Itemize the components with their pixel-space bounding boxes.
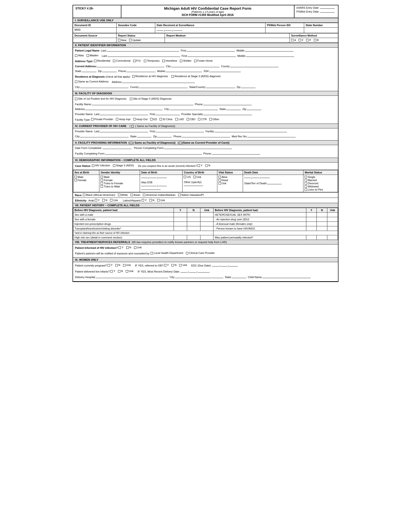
state-number-value[interactable]	[304, 28, 338, 33]
patient-last-name[interactable]	[107, 51, 179, 51]
provider-specialty[interactable]	[204, 115, 252, 115]
alias-last-name[interactable]	[108, 57, 180, 57]
ob-unk-checkbox[interactable]	[179, 264, 182, 266]
patient-first-name[interactable]	[187, 51, 235, 51]
residence-hiv-checkbox[interactable]	[132, 75, 135, 78]
dead-checkbox[interactable]	[219, 179, 221, 181]
transplant-n[interactable]	[187, 226, 200, 231]
person-completing[interactable]	[164, 149, 232, 149]
injected-n[interactable]	[187, 222, 200, 226]
arab-y-checkbox[interactable]	[95, 199, 97, 201]
residence-dx-city[interactable]	[80, 88, 129, 88]
patient-middle-name[interactable]	[245, 51, 293, 51]
provider-iv-last[interactable]	[100, 132, 148, 132]
lhd-checkbox[interactable]	[175, 118, 178, 120]
injected-y[interactable]	[174, 222, 187, 226]
hosp-inpt-checkbox[interactable]	[116, 118, 118, 120]
bisexual-unk[interactable]	[327, 222, 338, 226]
current-city[interactable]	[171, 67, 220, 67]
perinatal-y[interactable]	[306, 235, 317, 240]
transplant-y[interactable]	[174, 226, 187, 231]
pregnant-y-checkbox[interactable]	[108, 264, 110, 266]
delivery-hospital[interactable]	[96, 278, 168, 278]
date-form-month[interactable]	[103, 149, 109, 149]
perinatal-unk[interactable]	[327, 235, 338, 240]
psweb-id-value[interactable]	[265, 28, 304, 33]
shelter-checkbox[interactable]	[180, 60, 182, 62]
soundex-value[interactable]	[117, 28, 155, 33]
idu-unk[interactable]	[327, 217, 338, 222]
country-other-value[interactable]	[184, 186, 203, 186]
death-day[interactable]	[253, 178, 259, 178]
provider-iv-first[interactable]	[156, 132, 204, 132]
ob-y-checkbox[interactable]	[164, 264, 166, 266]
hosp-out-checkbox[interactable]	[133, 118, 136, 120]
high-risk-unk[interactable]	[200, 235, 214, 240]
sex-female-unk[interactable]	[200, 217, 214, 222]
idu-n[interactable]	[317, 217, 327, 222]
sex-male-y[interactable]	[174, 213, 187, 217]
foster-home-checkbox[interactable]	[194, 60, 196, 62]
dob-year[interactable]	[158, 178, 167, 178]
clinical-notify-checkbox[interactable]	[186, 252, 188, 254]
alias-dob-month[interactable]	[141, 186, 148, 186]
hetero-n[interactable]	[317, 213, 327, 217]
hivaids-n[interactable]	[317, 226, 327, 231]
date-form-day[interactable]	[111, 149, 118, 149]
residence-dx-address[interactable]	[122, 83, 195, 83]
alias-first-name[interactable]	[188, 57, 236, 57]
residential-checkbox[interactable]	[94, 60, 96, 62]
same-facility-iv-checkbox[interactable]	[131, 125, 134, 127]
sex-female-checkbox[interactable]	[75, 179, 77, 181]
ctr-checkbox[interactable]	[198, 118, 200, 120]
death-month[interactable]	[244, 178, 251, 178]
date-form-year[interactable]	[120, 149, 131, 149]
psweb-date[interactable]	[320, 12, 335, 13]
correctional-checkbox[interactable]	[113, 60, 115, 62]
informed-unk-checkbox[interactable]	[134, 247, 136, 249]
provider-first[interactable]	[156, 115, 180, 115]
ss-number[interactable]	[209, 72, 241, 72]
latino-y-checkbox[interactable]	[142, 199, 144, 201]
dob-day[interactable]	[150, 178, 156, 178]
alias-dob-year[interactable]	[158, 186, 167, 186]
current-phone[interactable]	[127, 72, 156, 72]
doc-id-value[interactable]: MI00-	[73, 28, 117, 33]
hetero-y[interactable]	[306, 213, 317, 217]
high-risk-n[interactable]	[187, 235, 200, 240]
facility-city[interactable]	[170, 110, 218, 110]
death-year[interactable]	[261, 178, 270, 178]
new-checkbox[interactable]	[118, 39, 120, 41]
facility-name[interactable]	[92, 105, 193, 105]
date-received-value[interactable]: //	[155, 28, 265, 33]
sex-female-n[interactable]	[187, 217, 200, 222]
married-checkbox[interactable]	[305, 179, 307, 181]
same-provider-v-checkbox[interactable]	[179, 142, 182, 144]
current-state[interactable]	[82, 72, 96, 72]
private-provider-checkbox[interactable]	[91, 118, 93, 120]
same-current-checkbox[interactable]	[75, 81, 77, 83]
white-checkbox[interactable]	[118, 194, 120, 196]
ehars-date[interactable]	[320, 9, 335, 9]
current-address[interactable]	[97, 67, 164, 67]
provider-iv-city[interactable]	[80, 137, 129, 137]
homeless-checkbox[interactable]	[162, 60, 165, 62]
stage3-checkbox[interactable]	[113, 164, 115, 167]
provider-iv-phone[interactable]	[182, 137, 230, 137]
dob-alias-name[interactable]	[141, 190, 160, 190]
state-terr-death[interactable]	[267, 184, 282, 184]
gender-female-checkbox[interactable]	[101, 179, 103, 181]
american-indian-checkbox[interactable]	[143, 194, 145, 196]
pregnant-unk-checkbox[interactable]	[123, 264, 125, 266]
delivery-city[interactable]	[175, 278, 223, 278]
facility-state[interactable]	[226, 110, 241, 110]
provider-iv-zip[interactable]	[157, 137, 172, 137]
facility-completing[interactable]	[105, 154, 202, 154]
alias-middle-name[interactable]	[246, 57, 294, 57]
trans-male-checkbox[interactable]	[101, 185, 103, 188]
pregnant-n-checkbox[interactable]	[115, 264, 118, 266]
id-clinic-checkbox[interactable]	[159, 118, 162, 120]
perinatal-n[interactable]	[317, 235, 327, 240]
bisexual-y[interactable]	[306, 222, 317, 226]
arab-unk-checkbox[interactable]	[110, 199, 112, 201]
